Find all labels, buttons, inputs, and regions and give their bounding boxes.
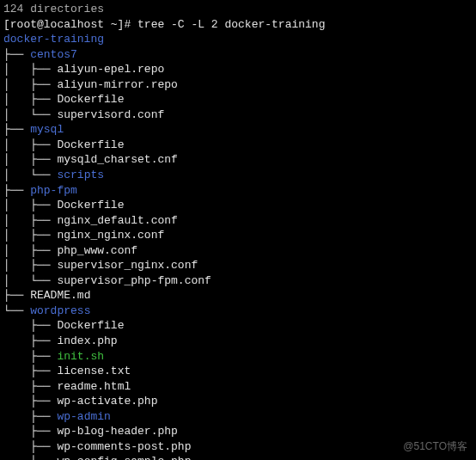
tree-file: │ ├── nginx_default.conf xyxy=(3,213,473,229)
tree-file: │ └── supervisord.conf xyxy=(3,107,473,123)
command-text: tree -C -L 2 docker-training xyxy=(137,18,325,31)
tree-file: ├── Dockerfile xyxy=(3,318,473,334)
tree-dir-wp-admin: ├── wp-admin xyxy=(3,409,473,425)
tree-file: │ ├── Dockerfile xyxy=(3,92,473,107)
tree-file: │ ├── mysqld_charset.cnf xyxy=(3,152,473,168)
tree-file: │ ├── php_www.conf xyxy=(3,243,473,259)
tree-dir-scripts: │ └── scripts xyxy=(3,168,473,183)
tree-dir-mysql: ├── mysql xyxy=(3,122,473,138)
tree-file: │ ├── aliyun-epel.repo xyxy=(3,62,473,77)
tree-dir-php-fpm: ├── php-fpm xyxy=(3,183,473,199)
tree-exec-init: ├── init.sh xyxy=(3,349,473,365)
watermark: @51CTO博客 xyxy=(403,439,467,453)
command-line: [root@localhost ~]# tree -C -L 2 docker-… xyxy=(3,17,473,33)
tree-file: ├── readme.html xyxy=(3,379,473,395)
tree-dir-centos7: ├── centos7 xyxy=(3,47,473,63)
root-dir: docker-training xyxy=(3,32,473,47)
tree-file: ├── wp-blog-header.php xyxy=(3,424,473,439)
tree-file: ├── wp-comments-post.php xyxy=(3,439,473,455)
tree-file: │ └── supervisor_php-fpm.conf xyxy=(3,273,473,289)
tree-file: ├── index.php xyxy=(3,334,473,349)
tree-dir-wordpress: └── wordpress xyxy=(3,304,473,319)
tree-file: │ ├── nginx_nginx.conf xyxy=(3,228,473,243)
tree-file: │ ├── Dockerfile xyxy=(3,138,473,153)
truncated-line: 124 directories xyxy=(3,2,473,17)
tree-file: ├── wp-config-sample.php xyxy=(3,454,473,460)
tree-file: ├── wp-activate.php xyxy=(3,394,473,409)
tree-file: ├── license.txt xyxy=(3,364,473,379)
tree-file: │ ├── supervisor_nginx.conf xyxy=(3,258,473,273)
tree-file-readme: ├── README.md xyxy=(3,288,473,304)
shell-prompt: [root@localhost ~]# xyxy=(3,18,137,31)
tree-file: │ ├── Dockerfile xyxy=(3,198,473,213)
tree-file: │ ├── aliyun-mirror.repo xyxy=(3,77,473,93)
